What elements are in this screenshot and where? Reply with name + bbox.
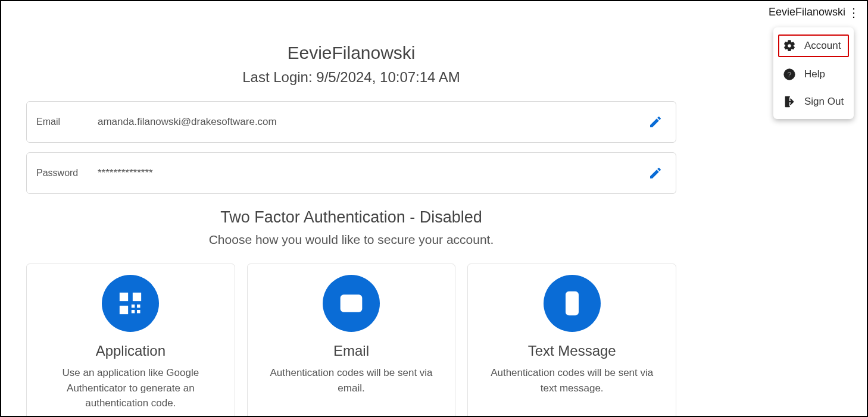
last-login: Last Login: 9/5/2024, 10:07:14 AM — [26, 69, 676, 86]
tfa-cards: Application Use an application like Goog… — [26, 264, 676, 417]
menu-item-label: Help — [804, 68, 825, 80]
tfa-card-application[interactable]: Application Use an application like Goog… — [26, 264, 235, 417]
svg-rect-5 — [132, 305, 135, 308]
card-links: iOS or Android — [41, 415, 220, 418]
tfa-title: Two Factor Authentication - Disabled — [26, 208, 676, 227]
card-title: Text Message — [482, 343, 661, 359]
svg-rect-7 — [132, 310, 135, 313]
email-value: amanda.filanowski@drakesoftware.com — [98, 116, 666, 128]
user-dropdown: Account ? Help Sign Out — [773, 27, 854, 119]
email-field: Email amanda.filanowski@drakesoftware.co… — [26, 101, 676, 143]
card-desc: Use an application like Google Authentic… — [41, 365, 220, 411]
card-desc: Authentication codes will be sent via em… — [262, 365, 441, 396]
account-main: EevieFilanowski Last Login: 9/5/2024, 10… — [26, 43, 676, 417]
tfa-card-email[interactable]: Email Authentication codes will be sent … — [247, 264, 456, 417]
card-title: Email — [262, 343, 441, 359]
edit-password-button[interactable] — [648, 166, 663, 180]
help-icon: ? — [783, 68, 796, 81]
password-field: Password ************** — [26, 152, 676, 194]
user-menu-trigger[interactable]: EevieFilanowski ⋮ — [769, 6, 858, 18]
username-label: EevieFilanowski — [769, 6, 845, 18]
edit-email-button[interactable] — [648, 115, 663, 129]
mail-icon — [323, 275, 380, 332]
email-label: Email — [36, 117, 98, 127]
menu-item-label: Sign Out — [804, 96, 844, 108]
qr-icon — [102, 275, 159, 332]
link-android[interactable]: Android — [129, 415, 161, 418]
svg-rect-2 — [121, 294, 127, 300]
tfa-section: Two Factor Authentication - Disabled Cho… — [26, 208, 676, 247]
phone-icon — [544, 275, 601, 332]
menu-item-account[interactable]: Account — [777, 33, 850, 58]
kebab-menu-icon[interactable]: ⋮ — [848, 7, 858, 18]
card-title: Application — [41, 343, 220, 359]
gear-icon — [783, 39, 796, 52]
profile-title: EevieFilanowski — [26, 43, 676, 63]
menu-item-signout[interactable]: Sign Out — [773, 88, 854, 115]
svg-point-11 — [571, 310, 573, 312]
signout-icon — [783, 95, 796, 108]
svg-text:?: ? — [787, 70, 792, 79]
tfa-subtitle: Choose how you would like to secure your… — [26, 233, 676, 247]
card-desc: Authentication codes will be sent via te… — [482, 365, 661, 396]
tfa-card-text[interactable]: Text Message Authentication codes will b… — [467, 264, 676, 417]
svg-rect-4 — [121, 307, 127, 313]
svg-rect-8 — [137, 310, 140, 313]
menu-item-help[interactable]: ? Help — [773, 61, 854, 88]
password-value: ************** — [98, 167, 666, 179]
password-label: Password — [36, 168, 98, 178]
link-ios[interactable]: iOS — [99, 415, 115, 418]
menu-item-label: Account — [804, 40, 841, 52]
svg-rect-3 — [134, 294, 140, 300]
text-or: or — [115, 415, 129, 418]
svg-rect-6 — [137, 305, 140, 308]
